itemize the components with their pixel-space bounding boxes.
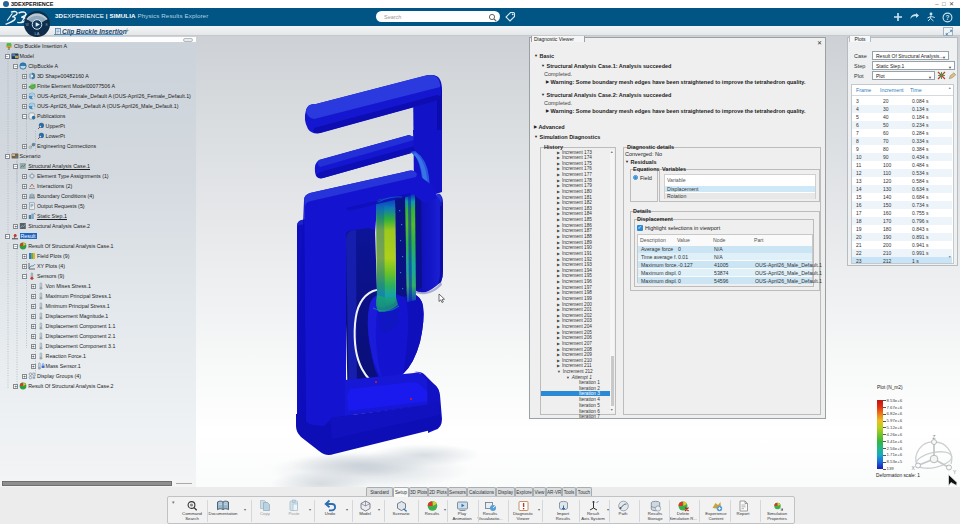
svg-text:?: ? [946,14,950,21]
svg-text:X: X [912,465,916,471]
svg-text:LA: LA [35,31,40,36]
svg-text:Z: Z [933,434,936,440]
